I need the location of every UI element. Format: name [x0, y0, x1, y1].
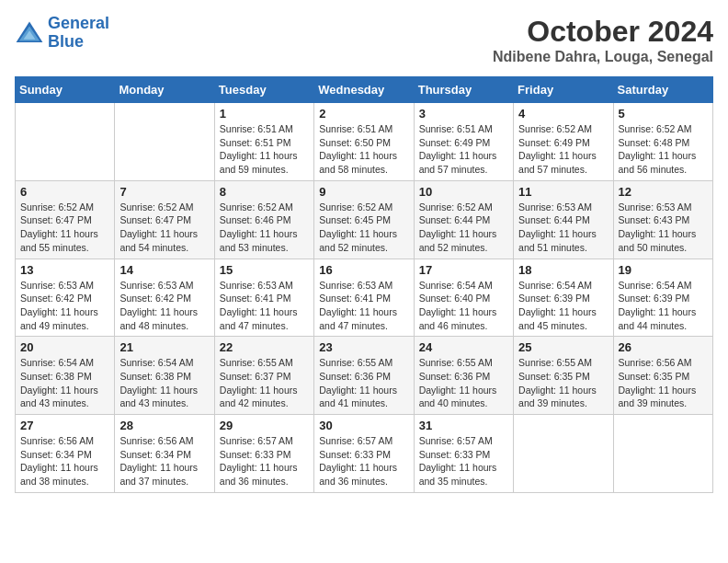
- day-info: Sunrise: 6:53 AM Sunset: 6:44 PM Dayligh…: [518, 201, 608, 255]
- day-info: Sunrise: 6:51 AM Sunset: 6:51 PM Dayligh…: [220, 122, 309, 177]
- calendar-cell: 16Sunrise: 6:53 AM Sunset: 6:41 PM Dayli…: [314, 259, 414, 337]
- day-number: 19: [619, 263, 708, 277]
- day-info: Sunrise: 6:54 AM Sunset: 6:39 PM Dayligh…: [619, 279, 708, 333]
- calendar-week-row: 20Sunrise: 6:54 AM Sunset: 6:38 PM Dayli…: [16, 337, 713, 415]
- day-number: 6: [20, 185, 109, 199]
- calendar-cell: 27Sunrise: 6:56 AM Sunset: 6:34 PM Dayli…: [16, 415, 115, 493]
- day-info: Sunrise: 6:52 AM Sunset: 6:49 PM Dayligh…: [518, 122, 608, 177]
- calendar-cell: 31Sunrise: 6:57 AM Sunset: 6:33 PM Dayli…: [414, 415, 513, 493]
- day-of-week-header: Thursday: [414, 77, 513, 103]
- calendar-week-row: 13Sunrise: 6:53 AM Sunset: 6:42 PM Dayli…: [16, 259, 713, 337]
- location-title: Ndibene Dahra, Louga, Senegal: [493, 49, 713, 65]
- day-number: 30: [319, 419, 408, 432]
- day-number: 11: [518, 185, 608, 199]
- logo: General Blue: [15, 15, 109, 52]
- day-number: 5: [619, 107, 708, 121]
- day-info: Sunrise: 6:56 AM Sunset: 6:34 PM Dayligh…: [119, 434, 209, 488]
- calendar-header-row: SundayMondayTuesdayWednesdayThursdayFrid…: [16, 77, 713, 103]
- day-info: Sunrise: 6:52 AM Sunset: 6:44 PM Dayligh…: [419, 201, 508, 255]
- calendar-cell: 25Sunrise: 6:55 AM Sunset: 6:35 PM Dayli…: [514, 337, 613, 415]
- calendar-cell: 20Sunrise: 6:54 AM Sunset: 6:38 PM Dayli…: [16, 337, 115, 415]
- calendar-cell: [613, 415, 712, 493]
- day-number: 14: [119, 263, 209, 277]
- calendar-cell: [16, 103, 115, 181]
- day-number: 4: [518, 107, 608, 121]
- calendar-cell: 13Sunrise: 6:53 AM Sunset: 6:42 PM Dayli…: [16, 259, 115, 337]
- day-number: 3: [419, 107, 508, 121]
- calendar-cell: 10Sunrise: 6:52 AM Sunset: 6:44 PM Dayli…: [414, 180, 513, 259]
- day-number: 20: [20, 340, 109, 354]
- day-info: Sunrise: 6:55 AM Sunset: 6:35 PM Dayligh…: [518, 356, 608, 410]
- day-info: Sunrise: 6:52 AM Sunset: 6:46 PM Dayligh…: [220, 201, 309, 255]
- calendar-cell: 12Sunrise: 6:53 AM Sunset: 6:43 PM Dayli…: [613, 180, 712, 259]
- calendar-cell: 3Sunrise: 6:51 AM Sunset: 6:49 PM Daylig…: [414, 103, 513, 181]
- day-number: 16: [319, 263, 408, 277]
- calendar-cell: 4Sunrise: 6:52 AM Sunset: 6:49 PM Daylig…: [514, 103, 613, 181]
- day-number: 17: [419, 263, 508, 277]
- calendar-cell: 2Sunrise: 6:51 AM Sunset: 6:50 PM Daylig…: [314, 103, 414, 181]
- day-info: Sunrise: 6:56 AM Sunset: 6:34 PM Dayligh…: [20, 434, 109, 488]
- day-info: Sunrise: 6:52 AM Sunset: 6:48 PM Dayligh…: [619, 122, 708, 177]
- day-info: Sunrise: 6:56 AM Sunset: 6:35 PM Dayligh…: [619, 356, 708, 410]
- day-number: 13: [20, 263, 109, 277]
- day-info: Sunrise: 6:55 AM Sunset: 6:36 PM Dayligh…: [419, 356, 508, 410]
- calendar-cell: 15Sunrise: 6:53 AM Sunset: 6:41 PM Dayli…: [214, 259, 313, 337]
- calendar-cell: 22Sunrise: 6:55 AM Sunset: 6:37 PM Dayli…: [214, 337, 313, 415]
- day-info: Sunrise: 6:57 AM Sunset: 6:33 PM Dayligh…: [220, 434, 309, 488]
- day-info: Sunrise: 6:53 AM Sunset: 6:41 PM Dayligh…: [319, 279, 408, 333]
- logo-general: General: [48, 14, 109, 32]
- calendar-week-row: 1Sunrise: 6:51 AM Sunset: 6:51 PM Daylig…: [16, 103, 713, 181]
- calendar-cell: 7Sunrise: 6:52 AM Sunset: 6:47 PM Daylig…: [115, 180, 214, 259]
- day-info: Sunrise: 6:53 AM Sunset: 6:41 PM Dayligh…: [220, 279, 309, 333]
- day-number: 12: [619, 185, 708, 199]
- day-number: 23: [319, 340, 408, 354]
- calendar-cell: 24Sunrise: 6:55 AM Sunset: 6:36 PM Dayli…: [414, 337, 513, 415]
- day-info: Sunrise: 6:54 AM Sunset: 6:40 PM Dayligh…: [419, 279, 508, 333]
- day-info: Sunrise: 6:54 AM Sunset: 6:38 PM Dayligh…: [20, 356, 109, 410]
- logo-text: General Blue: [48, 15, 109, 52]
- day-number: 10: [419, 185, 508, 199]
- day-of-week-header: Monday: [115, 77, 214, 103]
- calendar-cell: 18Sunrise: 6:54 AM Sunset: 6:39 PM Dayli…: [514, 259, 613, 337]
- day-info: Sunrise: 6:54 AM Sunset: 6:38 PM Dayligh…: [119, 356, 209, 410]
- logo-blue: Blue: [48, 33, 109, 52]
- day-info: Sunrise: 6:57 AM Sunset: 6:33 PM Dayligh…: [419, 434, 508, 488]
- logo-icon: [15, 20, 44, 46]
- day-number: 22: [220, 340, 309, 354]
- calendar-cell: 5Sunrise: 6:52 AM Sunset: 6:48 PM Daylig…: [613, 103, 712, 181]
- day-of-week-header: Friday: [514, 77, 613, 103]
- day-info: Sunrise: 6:54 AM Sunset: 6:39 PM Dayligh…: [518, 279, 608, 333]
- day-info: Sunrise: 6:52 AM Sunset: 6:45 PM Dayligh…: [319, 201, 408, 255]
- calendar-cell: 17Sunrise: 6:54 AM Sunset: 6:40 PM Dayli…: [414, 259, 513, 337]
- day-number: 25: [518, 340, 608, 354]
- calendar-cell: 11Sunrise: 6:53 AM Sunset: 6:44 PM Dayli…: [514, 180, 613, 259]
- calendar-week-row: 27Sunrise: 6:56 AM Sunset: 6:34 PM Dayli…: [16, 415, 713, 493]
- day-number: 2: [319, 107, 408, 121]
- day-info: Sunrise: 6:52 AM Sunset: 6:47 PM Dayligh…: [20, 201, 109, 255]
- day-number: 26: [619, 340, 708, 354]
- month-title: October 2024: [493, 15, 713, 49]
- calendar-table: SundayMondayTuesdayWednesdayThursdayFrid…: [15, 76, 713, 493]
- day-of-week-header: Wednesday: [314, 77, 414, 103]
- day-number: 29: [220, 419, 309, 432]
- day-of-week-header: Saturday: [613, 77, 712, 103]
- calendar-cell: 1Sunrise: 6:51 AM Sunset: 6:51 PM Daylig…: [214, 103, 313, 181]
- calendar-week-row: 6Sunrise: 6:52 AM Sunset: 6:47 PM Daylig…: [16, 180, 713, 259]
- day-info: Sunrise: 6:53 AM Sunset: 6:42 PM Dayligh…: [20, 279, 109, 333]
- day-number: 1: [220, 107, 309, 121]
- calendar-cell: [115, 103, 214, 181]
- day-number: 24: [419, 340, 508, 354]
- day-number: 9: [319, 185, 408, 199]
- calendar-cell: 26Sunrise: 6:56 AM Sunset: 6:35 PM Dayli…: [613, 337, 712, 415]
- day-of-week-header: Sunday: [16, 77, 115, 103]
- calendar-cell: 6Sunrise: 6:52 AM Sunset: 6:47 PM Daylig…: [16, 180, 115, 259]
- day-info: Sunrise: 6:53 AM Sunset: 6:43 PM Dayligh…: [619, 201, 708, 255]
- day-info: Sunrise: 6:55 AM Sunset: 6:37 PM Dayligh…: [220, 356, 309, 410]
- day-number: 15: [220, 263, 309, 277]
- calendar-cell: 29Sunrise: 6:57 AM Sunset: 6:33 PM Dayli…: [214, 415, 313, 493]
- day-number: 28: [119, 419, 209, 432]
- calendar-cell: 30Sunrise: 6:57 AM Sunset: 6:33 PM Dayli…: [314, 415, 414, 493]
- day-number: 27: [20, 419, 109, 432]
- day-number: 8: [220, 185, 309, 199]
- day-info: Sunrise: 6:53 AM Sunset: 6:42 PM Dayligh…: [119, 279, 209, 333]
